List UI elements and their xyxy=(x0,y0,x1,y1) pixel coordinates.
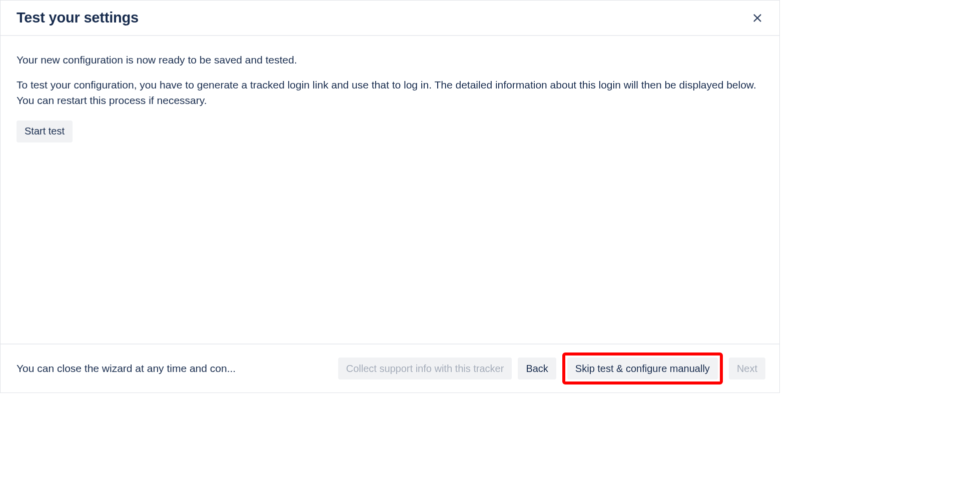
next-button[interactable]: Next xyxy=(729,358,765,380)
skip-button-highlight: Skip test & configure manually xyxy=(562,352,723,384)
body-instruction-text: To test your configuration, you have to … xyxy=(17,77,763,108)
close-button[interactable] xyxy=(749,10,765,26)
start-test-button[interactable]: Start test xyxy=(17,120,73,142)
settings-test-dialog: Test your settings Your new configuratio… xyxy=(0,0,780,393)
dialog-header: Test your settings xyxy=(1,0,779,36)
collect-support-info-button[interactable]: Collect support info with this tracker xyxy=(338,358,512,380)
skip-test-button[interactable]: Skip test & configure manually xyxy=(567,358,718,380)
body-intro-text: Your new configuration is now ready to b… xyxy=(17,52,763,68)
dialog-footer: You can close the wizard at any time and… xyxy=(1,344,779,392)
back-button[interactable]: Back xyxy=(518,358,556,380)
footer-hint-text: You can close the wizard at any time and… xyxy=(17,362,328,374)
close-icon xyxy=(752,12,763,24)
dialog-title: Test your settings xyxy=(17,10,139,26)
dialog-body: Your new configuration is now ready to b… xyxy=(1,36,779,344)
